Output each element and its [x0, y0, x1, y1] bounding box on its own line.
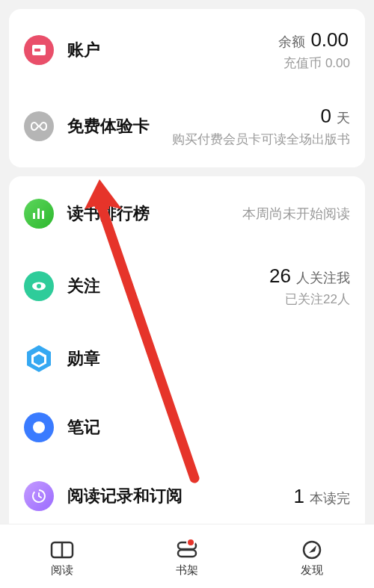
notes-label: 笔记 [67, 417, 100, 438]
row-follow[interactable]: 关注 26 人关注我 已关注22人 [9, 248, 365, 324]
row-history[interactable]: 阅读记录和订阅 1 本读完 [9, 462, 365, 524]
activity-card: 读书排行榜 本周尚未开始阅读 关注 26 人关注我 已关注22人 勋章 [9, 176, 365, 524]
trial-desc: 购买付费会员卡可读全场出版书 [172, 131, 350, 148]
svg-point-10 [33, 421, 45, 433]
row-badge[interactable]: 勋章 [9, 324, 365, 393]
row-trial[interactable]: 免费体验卡 0 天 购买付费会员卡可读全场出版书 [9, 88, 365, 164]
trial-days: 0 [321, 105, 331, 127]
nav-shelf-label: 书架 [176, 563, 198, 578]
badge-label: 勋章 [67, 348, 100, 369]
svg-marker-20 [309, 545, 316, 553]
svg-rect-4 [42, 211, 44, 219]
account-label: 账户 [67, 40, 100, 61]
row-ranking[interactable]: 读书排行榜 本周尚未开始阅读 [9, 179, 365, 248]
balance-label: 余额 [278, 34, 305, 49]
follow-right: 26 人关注我 已关注22人 [268, 264, 350, 308]
account-right: 余额 0.00 充值币 0.00 [278, 28, 350, 72]
svg-rect-1 [34, 49, 40, 52]
row-account[interactable]: 账户 余额 0.00 充值币 0.00 [9, 12, 365, 88]
svg-rect-2 [33, 213, 35, 219]
svg-rect-3 [37, 208, 40, 219]
following-text: 已关注22人 [285, 291, 350, 308]
compass-icon [24, 412, 54, 442]
ranking-label: 读书排行榜 [67, 203, 150, 224]
account-card: 账户 余额 0.00 充值币 0.00 免费体验卡 0 天 [9, 9, 365, 167]
followers-value: 26 [269, 264, 291, 287]
infinity-icon [24, 111, 54, 141]
nav-read-label: 阅读 [51, 563, 73, 578]
book-open-icon [49, 539, 75, 560]
finished-unit: 本读完 [310, 491, 350, 506]
compass-nav-icon [299, 539, 325, 560]
follow-label: 关注 [67, 276, 100, 297]
chart-icon [24, 199, 54, 229]
ranking-right: 本周尚未开始阅读 [242, 205, 350, 223]
badge-icon [24, 344, 54, 374]
wallet-icon [24, 35, 54, 65]
row-notes[interactable]: 笔记 [9, 393, 365, 462]
coin-value: 0.00 [325, 56, 350, 70]
nav-shelf[interactable]: 书架 [174, 539, 200, 578]
notification-dot [186, 538, 195, 547]
finished-value: 1 [294, 485, 304, 507]
trial-days-unit: 天 [337, 111, 350, 126]
nav-discover-label: 发现 [301, 563, 323, 578]
balance-value: 0.00 [310, 28, 349, 51]
ranking-status: 本周尚未开始阅读 [242, 205, 350, 223]
nav-discover[interactable]: 发现 [299, 539, 325, 578]
svg-point-6 [37, 284, 41, 288]
followers-unit: 人关注我 [296, 270, 350, 285]
history-label: 阅读记录和订阅 [67, 486, 183, 507]
nav-read[interactable]: 阅读 [49, 539, 75, 578]
coin-label: 充值币 [283, 56, 322, 70]
eye-icon [24, 271, 54, 301]
bottom-nav: 阅读 书架 发现 [0, 524, 374, 588]
svg-rect-17 [178, 550, 196, 557]
history-right: 1 本读完 [292, 485, 350, 508]
trial-label: 免费体验卡 [67, 116, 150, 137]
trial-right: 0 天 购买付费会员卡可读全场出版书 [172, 105, 350, 148]
history-icon [24, 481, 54, 511]
